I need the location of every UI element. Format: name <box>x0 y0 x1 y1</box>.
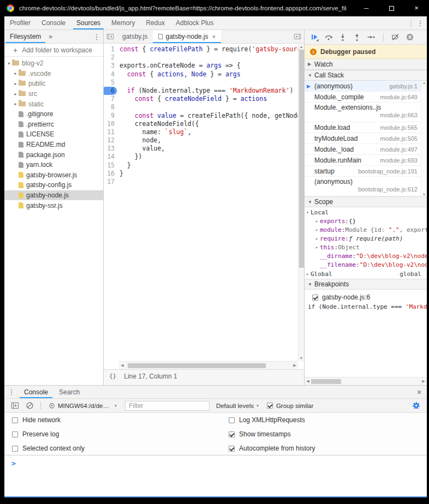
filter-input[interactable] <box>125 401 210 411</box>
code-line-4[interactable]: 4 const { actions, Node } = args <box>104 70 298 79</box>
code-line-14[interactable]: 14 }) <box>104 153 298 161</box>
code-line-11[interactable]: 11 name: `slug`, <box>104 128 298 136</box>
checkbox-show-timestamps[interactable] <box>229 431 235 437</box>
line-number[interactable]: 9 <box>104 112 117 120</box>
execution-context-selector[interactable]: MINGW64:/d/de… ▼ <box>49 403 117 409</box>
sidebar-horizontal-scrollbar[interactable]: ◀ ▶ <box>305 377 427 385</box>
scroll-down-icon[interactable]: ▼ <box>300 355 303 361</box>
scope-variable-dirname[interactable]: __dirname: "D:\dev\blog-v2\node_mo <box>305 252 427 261</box>
line-number[interactable]: 13 <box>104 145 117 153</box>
clear-console-icon[interactable] <box>26 401 34 410</box>
call-stack-frame[interactable]: Module._compilemodule.js:649 <box>305 92 421 103</box>
deactivate-breakpoints-icon[interactable] <box>391 33 400 41</box>
line-number[interactable]: 2 <box>104 53 117 62</box>
scroll-up-icon[interactable]: ▲ <box>422 81 426 85</box>
scroll-right-icon[interactable]: ▶ <box>420 379 427 383</box>
console-settings-gear-icon[interactable] <box>412 401 420 410</box>
main-menu-kebab-icon[interactable]: ⋮ <box>414 19 427 27</box>
tab-memory[interactable]: Memory <box>106 16 140 29</box>
tree-item-public[interactable]: ▸public <box>4 79 103 89</box>
breakpoint-line-number[interactable]: 6 <box>104 87 117 95</box>
tree-item-readme-md[interactable]: README.md <box>4 140 103 150</box>
line-number[interactable]: 15 <box>104 161 117 170</box>
setting-autocomplete-from-history[interactable]: Autocomplete from history <box>221 441 315 455</box>
call-stack-frame[interactable]: startupbootstrap_node.js:191 <box>305 166 421 177</box>
tab-console[interactable]: Console <box>36 16 71 29</box>
pretty-print-icon[interactable]: {} <box>109 373 116 380</box>
tab-search[interactable]: Search <box>53 386 85 398</box>
pause-on-exceptions-icon[interactable] <box>406 33 414 41</box>
scroll-right-icon[interactable]: ▶ <box>291 363 298 368</box>
line-number[interactable]: 11 <box>104 128 117 136</box>
add-folder-button[interactable]: + Add folder to workspace <box>4 44 103 57</box>
tree-item-vscode[interactable]: ▸.vscode <box>4 69 103 79</box>
code-line-6[interactable]: 6 if (Node.internal.type === 'MarkdownRe… <box>104 87 298 95</box>
code-line-10[interactable]: 10 createNodeField({ <box>104 120 298 128</box>
code-line-9[interactable]: 9 const value = createFilePath({ node, g… <box>104 112 298 120</box>
editor-vertical-scrollbar[interactable]: ▲ ▼ <box>298 44 304 361</box>
tab-profiler[interactable]: Profiler <box>4 16 36 29</box>
code-line-16[interactable]: 16} <box>104 170 298 178</box>
more-editor-tabs-icon[interactable] <box>291 30 304 43</box>
code-line-8[interactable]: 8 <box>104 103 298 111</box>
minimize-button[interactable]: ─ <box>354 0 379 16</box>
call-stack-frame[interactable]: (anonymous)bootstrap_node.js:612 <box>305 177 421 196</box>
scrollbar-thumb[interactable] <box>311 379 341 384</box>
more-tabs-icon[interactable]: » <box>46 33 55 40</box>
tab-redux[interactable]: Redux <box>140 16 170 29</box>
setting-log-xmlhttprequests[interactable]: Log XMLHttpRequests <box>221 413 315 427</box>
tree-item-yarn-lock[interactable]: yarn.lock <box>4 160 103 170</box>
scroll-down-icon[interactable]: ▼ <box>422 193 426 196</box>
scope-variable-this[interactable]: ▸this: Object <box>305 243 427 252</box>
line-number[interactable]: 5 <box>104 79 117 87</box>
tree-item-package-json[interactable]: package.json <box>4 149 103 160</box>
breakpoints-section-header[interactable]: ▼ Breakpoints <box>305 279 427 290</box>
setting-show-timestamps[interactable]: Show timestamps <box>221 427 315 441</box>
tree-item-gatsby-ssr-js[interactable]: gatsby-ssr.js <box>4 200 103 211</box>
call-stack-frame[interactable]: Module._extensions..jsmodule.js:663 <box>305 103 421 122</box>
tree-item-static[interactable]: ▸static <box>4 99 103 109</box>
scope-section-header[interactable]: ▼ Scope <box>305 196 427 207</box>
call-stack-frame[interactable]: Module.runMainmodule.js:693 <box>305 155 421 166</box>
call-stack-section-header[interactable]: ▼ Call Stack <box>305 70 427 81</box>
code-line-2[interactable]: 2 <box>104 53 298 62</box>
checkbox-selected-context-only[interactable] <box>12 446 18 452</box>
close-drawer-icon[interactable]: × <box>412 386 427 398</box>
call-stack-frame[interactable]: ▶(anonymous)gatsby.js:1 <box>305 81 421 92</box>
scope-variable-exports[interactable]: ▸exports: {} <box>305 217 427 226</box>
setting-selected-context-only[interactable]: Selected context only <box>4 441 85 455</box>
tree-item-blog-v2[interactable]: ▾blog-v2 <box>4 58 103 69</box>
setting-hide-network[interactable]: Hide network <box>4 413 85 427</box>
code-line-17[interactable]: 17 <box>104 178 298 186</box>
tab-adblock-plus[interactable]: Adblock Plus <box>170 16 219 29</box>
tree-item-prettierrc[interactable]: .prettierrc <box>4 119 103 130</box>
scroll-left-icon[interactable]: ◀ <box>119 363 126 368</box>
code-line-1[interactable]: 1const { createFilePath } = require('gat… <box>104 45 298 53</box>
line-number[interactable]: 3 <box>104 62 117 70</box>
call-stack-frame[interactable]: Module._loadmodule.js:497 <box>305 144 421 155</box>
tab-sources[interactable]: Sources <box>71 16 106 29</box>
code-line-12[interactable]: 12 node, <box>104 136 298 145</box>
scope-local-header[interactable]: ▾Local <box>305 208 427 217</box>
close-button[interactable]: × <box>404 0 429 16</box>
call-stack-scrollbar[interactable]: ▲ ▼ <box>421 81 427 196</box>
tree-item-gatsby-browser-js[interactable]: gatsby-browser.js <box>4 170 103 181</box>
scope-variable-require[interactable]: ▸require: ƒ require(path) <box>305 235 427 243</box>
tree-item-gatsby-node-js[interactable]: gatsby-node.js <box>4 190 103 201</box>
line-number[interactable]: 1 <box>104 45 117 53</box>
breakpoint-entry[interactable]: gatsby-node.js:6 <box>305 292 427 302</box>
group-similar-setting[interactable]: Group similar <box>267 403 313 409</box>
code-line-3[interactable]: 3exports.onCreateNode = args => { <box>104 62 298 70</box>
editor-tab-gatsby-node-js[interactable]: gatsby-node.js× <box>153 30 221 43</box>
call-stack-frame[interactable]: Module.loadmodule.js:565 <box>305 122 421 133</box>
scope-variable-filename[interactable]: __filename: "D:\dev\blog-v2\node_r <box>305 261 427 269</box>
tab-filesystem[interactable]: Filesystem <box>4 30 46 43</box>
close-tab-icon[interactable]: × <box>212 33 216 40</box>
line-number[interactable]: 10 <box>104 120 117 128</box>
navigator-kebab-icon[interactable]: ⋮ <box>90 33 103 41</box>
scope-global-header[interactable]: ▸Globalglobal <box>305 269 427 279</box>
line-number[interactable]: 4 <box>104 70 117 79</box>
line-number[interactable]: 7 <box>104 95 117 103</box>
drawer-menu-kebab-icon[interactable]: ⋮ <box>4 386 19 398</box>
step-out-icon[interactable] <box>353 33 361 41</box>
